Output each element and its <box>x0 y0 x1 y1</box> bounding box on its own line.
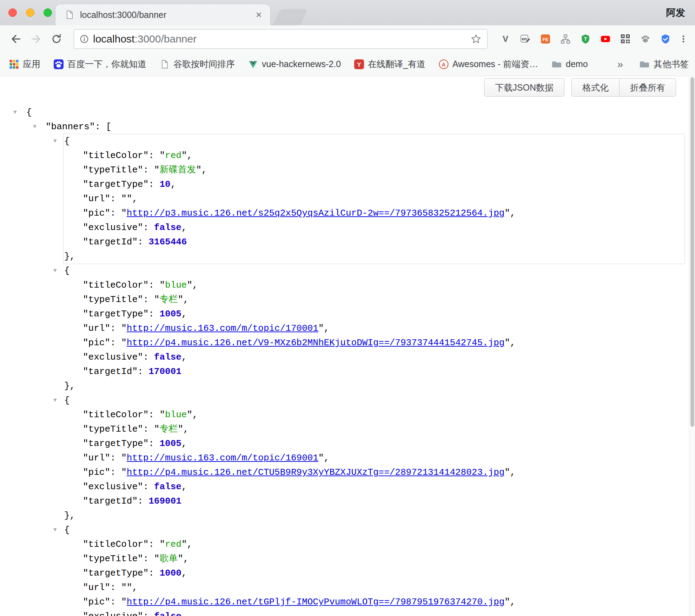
back-button[interactable] <box>6 29 26 49</box>
collapse-toggle-icon[interactable]: ▼ <box>53 134 57 149</box>
sitemap-icon <box>561 34 570 44</box>
bookmark-star-icon[interactable] <box>470 33 482 45</box>
vimium-icon: V <box>501 34 510 44</box>
json-number-value: 1000 <box>159 568 181 578</box>
svg-text:en: en <box>522 37 527 41</box>
json-object: ▼{"titleColor": "red","typeTitle": "新碟首发… <box>64 134 684 264</box>
json-key: "targetType" <box>83 179 148 190</box>
json-object: ▼{"titleColor": "blue","typeTitle": "专栏"… <box>64 264 684 393</box>
awesomes-icon: A <box>439 59 449 69</box>
json-object: ▼{"titleColor": "red","typeTitle": "歌单",… <box>64 523 684 616</box>
json-key: "typeTitle" <box>83 165 143 175</box>
bookmarks-overflow-chevron[interactable]: » <box>615 58 626 70</box>
json-row: "titleColor": "blue", <box>64 408 684 422</box>
json-key: "typeTitle" <box>83 553 143 564</box>
json-row: ▼{ <box>64 134 684 149</box>
format-button[interactable]: 格式化 <box>571 78 620 97</box>
shield-check-extension-button[interactable] <box>655 25 675 52</box>
json-string-value: red <box>165 539 181 550</box>
json-row: "targetType": 1005, <box>64 437 684 451</box>
json-key: "url" <box>83 453 110 463</box>
page-content: 下载JSON数据 格式化 折叠所有 ▼ { ▼ "banners": [ ▼{"… <box>0 76 695 616</box>
forward-button[interactable] <box>26 29 46 49</box>
json-key: "pic" <box>83 338 110 348</box>
qrcode-icon <box>621 34 630 44</box>
bookmark-item-baidu[interactable]: 百度一下，你就知道 <box>54 58 146 70</box>
json-row: "pic": "http://p4.music.126.net/CTU5B9R9… <box>64 465 684 480</box>
json-row: "targetType": 1005, <box>64 307 684 321</box>
fehelper-icon: FE <box>541 34 550 44</box>
fehelper-extension-button[interactable]: FE <box>535 25 555 52</box>
url-text[interactable]: localhost:3000/banner <box>93 33 470 45</box>
new-tab-button[interactable] <box>273 9 308 25</box>
vue-icon <box>248 59 258 69</box>
bookmark-item-vue-hackernews[interactable]: vue-hackernews-2.0 <box>248 59 341 69</box>
address-bar[interactable]: localhost:3000/banner <box>74 29 488 49</box>
bookmark-item-youdao[interactable]: Y 在线翻译_有道 <box>354 58 425 70</box>
collapse-toggle-icon[interactable]: ▼ <box>53 393 57 408</box>
sitemap-extension-button[interactable] <box>555 25 575 52</box>
reload-button[interactable] <box>46 29 67 49</box>
close-window-button[interactable] <box>8 8 17 17</box>
download-json-button[interactable]: 下载JSON数据 <box>484 78 564 97</box>
json-actions: 下载JSON数据 格式化 折叠所有 <box>484 78 676 97</box>
collapse-toggle-icon[interactable]: ▼ <box>53 264 57 278</box>
other-bookmarks-folder[interactable]: 其他书签 <box>639 58 689 70</box>
json-row: "pic": "http://p3.music.126.net/s25q2x5Q… <box>64 206 684 221</box>
bookmark-label: 谷歌按时间排序 <box>173 58 235 70</box>
format-collapse-group: 格式化 折叠所有 <box>571 78 676 97</box>
bookmark-item-awesomes[interactable]: A Awesomes - 前端资… <box>439 58 538 70</box>
youtube-extension-button[interactable] <box>595 25 615 52</box>
collapse-toggle-icon[interactable]: ▼ <box>53 523 57 537</box>
json-link[interactable]: http://music.163.com/m/topic/170001 <box>127 323 318 334</box>
bookmark-item-google-sort[interactable]: 谷歌按时间排序 <box>160 58 235 70</box>
json-key: "titleColor" <box>83 539 148 550</box>
scrollbar[interactable] <box>689 76 695 616</box>
json-link[interactable]: http://p3.music.126.net/s25q2x5QyqsAzilC… <box>127 208 505 218</box>
json-object: ▼{"titleColor": "blue","typeTitle": "专栏"… <box>64 393 684 523</box>
translate-extension-button[interactable]: en <box>515 25 535 52</box>
json-string-value: red <box>165 150 181 161</box>
shield-t-extension-button[interactable]: T <box>575 25 595 52</box>
collapse-toggle-icon[interactable]: ▼ <box>33 120 37 134</box>
reload-icon <box>51 33 62 45</box>
json-link[interactable]: http://p4.music.126.net/V9-MXz6b2MNhEKju… <box>127 338 505 348</box>
browser-menu-button[interactable] <box>675 25 691 52</box>
json-row: "targetId": 3165446 <box>64 235 684 249</box>
json-string-value: blue <box>165 409 187 420</box>
vimium-extension-button[interactable]: V <box>495 25 515 52</box>
json-link[interactable]: http://music.163.com/m/topic/169001 <box>127 453 318 463</box>
json-row: "targetType": 10, <box>64 177 684 192</box>
json-row: "titleColor": "red", <box>64 537 684 552</box>
json-link[interactable]: http://p4.music.126.net/tGPljf-IMOCyPvum… <box>127 597 505 607</box>
profile-name: 阿发 <box>666 0 685 25</box>
svg-text:FE: FE <box>542 37 548 42</box>
tab-favicon-document-icon <box>65 10 74 20</box>
tab-close-icon[interactable]: × <box>254 9 263 20</box>
collapse-toggle-icon[interactable]: ▼ <box>13 105 17 120</box>
json-boolean-value: false <box>154 222 181 233</box>
browser-tab[interactable]: localhost:3000/banner × <box>55 4 270 25</box>
bookmark-item-apps[interactable]: 应用 <box>9 58 40 70</box>
json-banners-key: "banners": [ <box>46 122 111 132</box>
json-open-brace: { <box>64 136 70 146</box>
json-row: }, <box>64 249 684 264</box>
minimize-window-button[interactable] <box>26 8 34 17</box>
paw-extension-button[interactable] <box>635 25 655 52</box>
folder-icon <box>551 59 562 70</box>
zoom-window-button[interactable] <box>44 8 52 17</box>
info-icon[interactable] <box>80 34 89 44</box>
qrcode-extension-button[interactable] <box>615 25 635 52</box>
bookmark-item-demo-folder[interactable]: demo <box>551 59 588 70</box>
json-row: "typeTitle": "专栏", <box>64 293 684 307</box>
json-row: ▼{ <box>64 264 684 278</box>
json-key: "titleColor" <box>83 280 148 290</box>
bookmark-label: 应用 <box>23 58 40 70</box>
youtube-icon <box>600 34 611 44</box>
json-link[interactable]: http://p4.music.126.net/CTU5B9R9y3XyYBZX… <box>127 467 505 478</box>
json-row: "url": "", <box>64 581 684 595</box>
collapse-all-button[interactable]: 折叠所有 <box>619 78 676 97</box>
json-row: "url": "http://music.163.com/m/topic/169… <box>64 451 684 465</box>
json-row: }, <box>64 379 684 393</box>
scrollbar-thumb[interactable] <box>690 77 694 427</box>
